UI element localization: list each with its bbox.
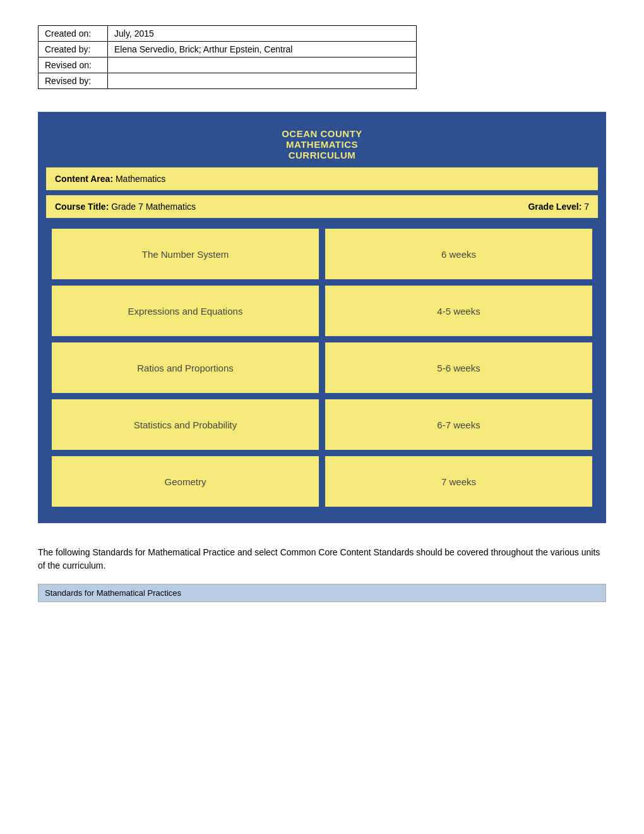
info-label: Revised on: xyxy=(39,57,108,73)
info-value xyxy=(108,57,417,73)
unit-row: Ratios and Proportions5-6 weeks xyxy=(52,342,592,393)
info-value xyxy=(108,73,417,89)
unit-row: Expressions and Equations4-5 weeks xyxy=(52,286,592,336)
unit-duration: 4-5 weeks xyxy=(325,286,592,336)
grade-level-value: 7 xyxy=(584,202,589,212)
course-title-row: Course Title: Grade 7 Mathematics Grade … xyxy=(45,195,599,219)
info-value: July, 2015 xyxy=(108,26,417,42)
curriculum-header: OCEAN COUNTY MATHEMATICS CURRICULUM xyxy=(45,119,599,167)
curriculum-box: OCEAN COUNTY MATHEMATICS CURRICULUM Cont… xyxy=(38,112,606,523)
info-label: Revised by: xyxy=(39,73,108,89)
standards-bar: Standards for Mathematical Practices xyxy=(38,584,606,602)
grade-level-label: Grade Level: xyxy=(528,202,581,212)
header-line1: OCEAN COUNTY xyxy=(52,128,592,139)
content-area-row: Content Area: Mathematics xyxy=(45,167,599,191)
unit-name: The Number System xyxy=(52,229,319,279)
unit-name: Geometry xyxy=(52,456,319,507)
course-title-value: Grade 7 Mathematics xyxy=(111,202,196,212)
unit-duration: 6 weeks xyxy=(325,229,592,279)
unit-duration: 6-7 weeks xyxy=(325,399,592,450)
unit-duration: 5-6 weeks xyxy=(325,342,592,393)
unit-name: Ratios and Proportions xyxy=(52,342,319,393)
header-line2: MATHEMATICS xyxy=(52,139,592,150)
info-label: Created by: xyxy=(39,42,108,57)
info-table: Created on:July, 2015Created by:Elena Se… xyxy=(38,25,417,89)
unit-duration: 7 weeks xyxy=(325,456,592,507)
units-container: The Number System6 weeksExpressions and … xyxy=(45,222,599,516)
unit-name: Statistics and Probability xyxy=(52,399,319,450)
info-value: Elena Servedio, Brick; Arthur Epstein, C… xyxy=(108,42,417,57)
footer-paragraph: The following Standards for Mathematical… xyxy=(38,546,606,572)
info-label: Created on: xyxy=(39,26,108,42)
unit-row: The Number System6 weeks xyxy=(52,229,592,279)
unit-row: Statistics and Probability6-7 weeks xyxy=(52,399,592,450)
unit-name: Expressions and Equations xyxy=(52,286,319,336)
unit-row: Geometry7 weeks xyxy=(52,456,592,507)
content-area-label: Content Area: xyxy=(55,174,113,184)
course-title-label: Course Title: xyxy=(55,202,109,212)
header-line3: CURRICULUM xyxy=(52,150,592,160)
content-area-value: Mathematics xyxy=(116,174,165,184)
